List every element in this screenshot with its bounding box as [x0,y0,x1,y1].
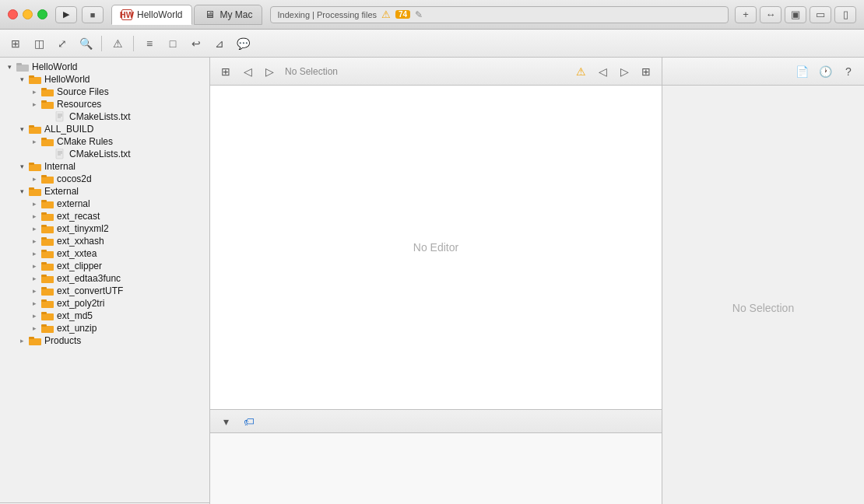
tree-item-ext-xxtea[interactable]: ▸ ext_xxtea [0,247,209,260]
tree-item-ext-tinyxml2[interactable]: ▸ ext_tinyxml2 [0,222,209,235]
svg-rect-43 [41,299,47,302]
inspector-toolbar: 📄 🕐 ? [662,58,864,86]
tree-item-helloworld-folder[interactable]: ▾ HelloWorld [0,73,209,86]
stop-button[interactable]: ■ [82,6,104,23]
close-button[interactable] [8,9,18,19]
expand-arrow: ▸ [28,225,40,233]
layout3-button[interactable]: ▯ [834,6,856,23]
editor-back-icon[interactable]: ◁ [238,62,257,81]
svg-rect-16 [56,149,63,159]
folder-icon [40,99,54,110]
tree-item-ext-convertutf[interactable]: ▸ ext_convertUTF [0,285,209,297]
editor-expand-icon[interactable]: ⊞ [637,62,655,81]
tree-item-external[interactable]: ▸ external [0,198,209,210]
indexing-bar: Indexing | Processing files ⚠ 74 ✎ [270,6,729,23]
tab-mymac-label: My Mac [220,9,252,20]
folder-icon [40,285,54,296]
tree-label: ext_poly2tri [57,298,104,309]
layout2-button[interactable]: ▭ [810,6,831,23]
tree-item-allbuild[interactable]: ▾ ALL_BUILD [0,123,209,135]
folder-icon [40,323,54,334]
no-selection-label: No Selection [285,66,338,77]
folder-icon [40,136,54,147]
tab-mymac[interactable]: 🖥 My Mac [194,5,262,25]
expand-arrow: ▸ [28,237,40,245]
svg-rect-12 [29,127,41,134]
tree-item-internal[interactable]: ▾ Internal [0,160,209,173]
tree-label: HelloWorld [44,74,90,85]
svg-rect-7 [41,100,47,103]
tree-item-root[interactable]: ▾ HelloWorld [0,61,209,73]
svg-rect-38 [41,276,54,283]
play-button[interactable]: ▶ [55,6,77,23]
expand-arrow: ▾ [16,75,28,83]
expand-arrow: ▸ [28,138,40,145]
tree-item-cocos2d[interactable]: ▸ cocos2d [0,173,209,185]
tree-label: Products [44,335,81,346]
tree-item-cmakelists1[interactable]: ▸ CMakeLists.txt [0,110,209,123]
hide-icon[interactable]: ◫ [30,34,48,53]
editor-toolbar: ⊞ ◁ ▷ No Selection ⚠ ◁ ▷ ⊞ [210,58,662,86]
svg-rect-45 [41,312,47,314]
help-inspector-icon[interactable]: ? [839,62,858,81]
tree-item-external-group[interactable]: ▾ External [0,185,209,198]
tree-item-products[interactable]: ▸ Products [0,334,209,347]
add-tab-button[interactable]: + [735,6,757,23]
tree-item-ext-unzip[interactable]: ▸ ext_unzip [0,322,209,334]
resize-icon[interactable]: ⤢ [53,34,72,53]
tree-item-source-files[interactable]: ▸ Source Files [0,86,209,98]
tree-item-ext-xxhash[interactable]: ▸ ext_xxhash [0,235,209,247]
tab-helloworld[interactable]: HW HelloWorld [111,5,192,25]
warning-toolbar-icon[interactable]: ⚠ [108,34,127,53]
svg-rect-26 [41,201,54,208]
tree-item-ext-poly2tri[interactable]: ▸ ext_poly2tri [0,297,209,310]
tree-item-ext-recast[interactable]: ▸ ext_recast [0,210,209,222]
svg-rect-47 [41,324,47,327]
sep2 [133,36,134,51]
editor-bottom-toolbar: ▾ 🏷 [210,410,662,433]
editor-forward-icon[interactable]: ▷ [260,62,279,81]
maximize-button[interactable] [37,9,47,19]
tree-label: ext_recast [57,211,100,222]
tree-item-ext-clipper[interactable]: ▸ ext_clipper [0,260,209,272]
layers-icon[interactable]: ≡ [140,34,159,53]
svg-rect-13 [29,125,34,128]
svg-rect-0 [16,65,29,72]
link-icon[interactable]: ⊿ [210,34,229,53]
folder-icon [40,310,54,321]
expand-arrow: ▸ [28,250,40,257]
tree-item-cmakerules[interactable]: ▸ CMake Rules [0,135,209,148]
editor-prev-icon[interactable]: ◁ [593,62,612,81]
tree-item-resources[interactable]: ▸ Resources [0,98,209,110]
svg-rect-31 [41,225,47,227]
editor-warning-icon[interactable]: ⚠ [571,62,590,81]
svg-rect-1 [16,63,22,65]
file-inspector-icon[interactable]: 📄 [792,62,811,81]
svg-rect-29 [41,212,47,215]
rect-icon[interactable]: □ [163,34,182,53]
tag-icon[interactable]: 🏷 [240,412,258,431]
grid-icon[interactable]: ⊞ [6,34,25,53]
expand-arrow: ▸ [28,88,40,96]
svg-rect-21 [29,163,34,165]
folder-icon [28,124,42,135]
tree-label: CMakeLists.txt [69,149,131,159]
main-layout: ▾ HelloWorld ▾ HelloWorld ▸ [0,58,864,504]
comment-icon[interactable]: 💬 [234,34,252,53]
editor-grid-icon[interactable]: ⊞ [216,62,235,81]
warning-icon: ⚠ [381,9,391,20]
clock-inspector-icon[interactable]: 🕐 [816,62,834,81]
tree-item-cmakelists2[interactable]: ▸ CMakeLists.txt [0,148,209,160]
tree-label: Resources [57,99,101,110]
minimize-button[interactable] [23,9,33,19]
search-icon[interactable]: 🔍 [76,34,95,53]
expand-arrow: ▸ [28,200,40,208]
arrow-icon[interactable]: ↩ [187,34,205,53]
swap-button[interactable]: ↔ [760,6,781,23]
folder-icon [40,261,54,271]
tree-item-ext-edtaa3func[interactable]: ▸ ext_edtaa3func [0,272,209,285]
editor-next-icon[interactable]: ▷ [615,62,634,81]
layout1-button[interactable]: ▣ [785,6,806,23]
collapse-icon[interactable]: ▾ [216,412,235,431]
tree-item-ext-md5[interactable]: ▸ ext_md5 [0,310,209,322]
